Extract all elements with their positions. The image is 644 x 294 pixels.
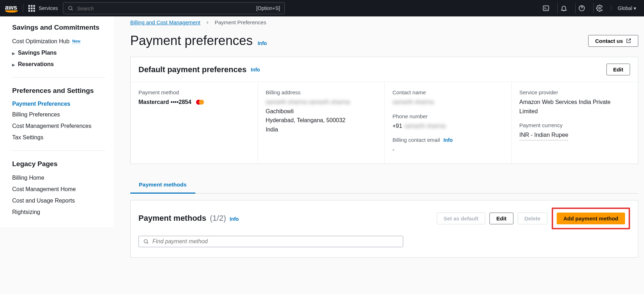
services-label: Services [39, 5, 58, 11]
currency-value: INR - Indian Rupee [519, 130, 569, 140]
page-title: Payment preferences Info [130, 33, 267, 48]
field-label: Phone number [392, 113, 503, 119]
find-payment-method[interactable] [138, 236, 403, 247]
sidebar-item-payment-preferences[interactable]: Payment Preferences [12, 99, 105, 109]
button-label: Contact us [595, 38, 623, 44]
region-label: Global [618, 5, 632, 11]
sidebar-item-cost-management-preferences[interactable]: Cost Management Preferences [12, 120, 105, 132]
sidebar-item-billing-preferences[interactable]: Billing Preferences [12, 109, 105, 120]
breadcrumb: Billing and Cost Management Payment Pref… [130, 19, 638, 25]
info-link[interactable]: Info [251, 67, 260, 73]
cell-payment-method: Payment method Mastercard ••••2854 [131, 82, 258, 164]
page-title-text: Payment preferences [130, 33, 253, 48]
contact-name-masked: samarth sharma [392, 98, 503, 107]
sidebar-item-rightsizing[interactable]: Rightsizing [12, 206, 105, 218]
breadcrumb-root[interactable]: Billing and Cost Management [130, 19, 200, 25]
address-line: Gachibowli [266, 107, 377, 116]
cell-provider: Service provider Amazon Web Services Ind… [511, 82, 638, 164]
sidebar-item-reservations[interactable]: Reservations [12, 59, 105, 70]
svg-line-1 [72, 9, 73, 10]
address-line: Hyderabad, Telangana, 500032 [266, 116, 377, 125]
default-payment-panel: Default payment preferences Info Edit Pa… [130, 57, 638, 164]
divider [12, 77, 105, 78]
delete-method-button[interactable]: Delete [518, 213, 547, 224]
tabs: Payment methods [130, 178, 638, 194]
find-input[interactable] [152, 238, 399, 245]
info-link[interactable]: Info [258, 40, 267, 46]
help-icon[interactable] [575, 3, 588, 13]
field-label: Contact name [392, 89, 503, 95]
search-icon [143, 239, 149, 244]
region-selector[interactable]: Global ▾ [611, 5, 639, 11]
chevron-right-icon [205, 20, 210, 25]
set-default-button[interactable]: Set as default [437, 213, 486, 224]
services-menu[interactable]: Services [28, 5, 58, 12]
phone-masked: samarth sharma [404, 121, 446, 131]
info-link[interactable]: Info [230, 216, 239, 222]
sidebar-item-savings-plans[interactable]: Savings Plans [12, 47, 105, 59]
address-line: India [266, 125, 377, 134]
sidebar-item-label: Cost Optimization Hub [12, 38, 69, 45]
payment-method-value: Mastercard ••••2854 [138, 98, 191, 107]
sidebar-item-cost-management-home[interactable]: Cost Management Home [12, 184, 105, 195]
search-bar[interactable]: [Option+S] [63, 2, 285, 14]
phone-prefix: +91 [392, 121, 402, 131]
field-label: Service provider [519, 89, 630, 95]
panel-title: Payment methods [138, 214, 206, 223]
settings-icon[interactable] [593, 3, 606, 13]
field-label: Payment method [138, 89, 250, 95]
grid-icon [28, 5, 35, 12]
search-input[interactable] [77, 5, 253, 11]
search-icon [68, 5, 73, 11]
highlight-frame: Add payment method [552, 208, 630, 229]
sidebar-group-savings: Savings and Commitments [12, 24, 105, 31]
field-label: Billing contact email [392, 137, 440, 143]
notifications-icon[interactable] [557, 3, 570, 13]
field-label: Payment currency [519, 122, 630, 128]
chevron-down-icon: ▾ [634, 5, 636, 11]
svg-point-0 [68, 6, 72, 10]
sidebar-group-legacy: Legacy Pages [12, 160, 105, 168]
field-label: Billing address [266, 89, 377, 95]
sidebar-item-cur[interactable]: Cost and Usage Reports [12, 195, 105, 206]
edit-defaults-button[interactable]: Edit [606, 64, 630, 75]
email-value: - [392, 145, 503, 154]
panel-title: Default payment preferences [138, 65, 247, 74]
sidebar-item-cohub[interactable]: Cost Optimization Hub New [12, 36, 105, 47]
divider [12, 150, 105, 151]
provider-value: Amazon Web Services India Private Limite… [519, 98, 630, 116]
sidebar-item-billing-home[interactable]: Billing Home [12, 172, 105, 184]
cell-contact: Contact name samarth sharma Phone number… [384, 82, 511, 164]
search-hint: [Option+S] [256, 5, 280, 11]
cell-billing-address: Billing address samarth sharma samarth s… [258, 82, 385, 164]
sidebar-group-preferences: Preferences and Settings [12, 87, 105, 95]
aws-logo[interactable]: aws [5, 4, 18, 13]
external-link-icon [626, 38, 631, 44]
main-content: Billing and Cost Management Payment Pref… [114, 16, 644, 266]
payment-methods-panel: Payment methods (1/2) Info Set as defaul… [130, 200, 638, 258]
info-link[interactable]: Info [444, 137, 453, 143]
tab-payment-methods[interactable]: Payment methods [130, 178, 195, 194]
methods-count: (1/2) [210, 214, 226, 223]
new-badge: New [72, 39, 80, 44]
sidebar: Savings and Commitments Cost Optimizatio… [0, 16, 114, 227]
svg-point-5 [144, 239, 147, 243]
sidebar-item-tax-settings[interactable]: Tax Settings [12, 132, 105, 143]
divider [23, 4, 23, 13]
address-name-masked: samarth sharma samarth sharma [266, 98, 377, 107]
mastercard-icon [195, 99, 205, 105]
edit-method-button[interactable]: Edit [489, 213, 513, 224]
add-payment-method-button[interactable]: Add payment method [557, 213, 625, 224]
contact-us-button[interactable]: Contact us [588, 35, 638, 47]
breadcrumb-current: Payment Preferences [215, 19, 266, 25]
cloudshell-icon[interactable] [540, 3, 552, 13]
svg-point-4 [599, 8, 601, 9]
svg-rect-2 [543, 6, 548, 10]
svg-line-6 [147, 243, 148, 244]
